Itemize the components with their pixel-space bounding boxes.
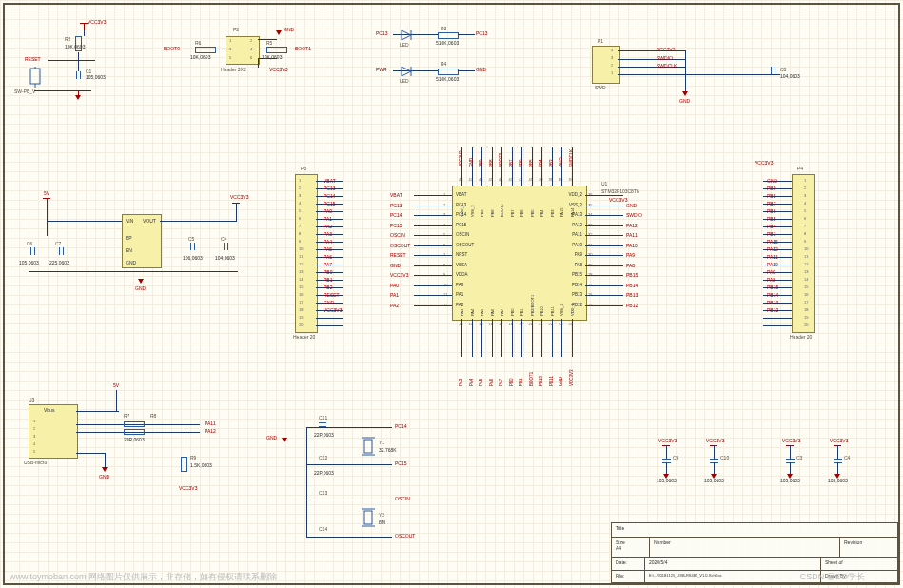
mcu-wire — [414, 225, 452, 226]
mcu-wire — [481, 319, 482, 357]
svg-rect-11 — [364, 511, 372, 524]
mcu-net: PB0 — [509, 360, 514, 386]
w — [306, 464, 392, 465]
mcu-wire — [585, 265, 623, 266]
mcu-wire — [461, 319, 462, 357]
mcu-net: VCC3V3 — [569, 360, 574, 386]
r2-ref: R2 — [65, 36, 70, 42]
mcu-wire — [585, 255, 623, 256]
vbus: Vbus — [44, 407, 54, 413]
w — [160, 221, 236, 222]
pin-no: 9 — [299, 239, 301, 244]
pin-wire — [763, 325, 792, 326]
pin-net: PA2 — [324, 224, 332, 229]
pin-net: PA12 — [767, 246, 778, 252]
p4-body — [792, 174, 815, 333]
pin-no: 3 — [299, 193, 301, 198]
mcu-pinname: PB5 — [530, 188, 535, 217]
sw-label: SW-PB_V — [14, 88, 35, 94]
w — [47, 221, 123, 222]
pin-no: 19 — [299, 315, 303, 320]
mcu-wire — [414, 305, 452, 306]
mcu-wire — [414, 245, 452, 246]
pin-no: 4 — [299, 201, 301, 206]
mcu-pinname: PB6 — [520, 188, 524, 217]
mcu-part: STM32F103C8T6 — [601, 188, 639, 194]
led2-out: GND — [476, 67, 486, 72]
cap-ref: C9 — [673, 455, 678, 461]
mcu-wire — [492, 319, 493, 357]
wire — [666, 445, 667, 459]
5v: 5V — [113, 382, 119, 388]
pin-no: 9 — [804, 239, 806, 244]
mcu-net: VCC3V3 — [390, 272, 408, 278]
mcu-wire — [561, 319, 562, 357]
pn: 3 — [229, 47, 231, 51]
mcu-wire — [585, 215, 623, 216]
cap-ref: C10 — [720, 455, 729, 461]
w — [78, 52, 79, 71]
vin: VIN — [126, 218, 133, 224]
pin-no: 12 — [804, 262, 808, 266]
pin-net: PB12 — [767, 307, 778, 313]
p3-ref: P3 — [301, 166, 306, 171]
vcc-label: VCC3V3 — [706, 438, 724, 443]
wire — [790, 445, 791, 459]
mcu-pinname: NRST — [456, 252, 467, 257]
vout: VOUT — [143, 218, 156, 224]
pn: 1 — [229, 38, 231, 43]
w — [618, 59, 685, 60]
vcc-label: VCC3V3 — [88, 19, 106, 25]
w — [258, 39, 277, 40]
y1v: 32.768K — [379, 447, 397, 453]
c12r: C12 — [319, 455, 327, 461]
pin-wire — [763, 318, 792, 319]
mcu-wire — [414, 195, 452, 196]
mcu-wire — [572, 319, 573, 357]
mcu-pinname: VSS_3 — [470, 188, 475, 217]
gnd — [138, 279, 144, 284]
vcc-label: VCC3V3 — [830, 438, 848, 443]
pin-no: 8 — [804, 231, 806, 236]
en: EN — [126, 247, 132, 253]
wire — [837, 445, 838, 459]
r5 — [266, 47, 287, 53]
svg-rect-0 — [30, 69, 40, 84]
c4a — [224, 243, 225, 250]
cap-plate — [834, 459, 842, 460]
pin-no: 2 — [299, 186, 301, 190]
pin-net: PA4 — [324, 239, 332, 245]
c11r: C11 — [319, 415, 327, 421]
bp: BP — [126, 235, 132, 241]
pin-no: 7 — [804, 224, 806, 228]
mcu-net: GND — [626, 203, 637, 208]
mcu-wire — [414, 295, 452, 296]
mcu-pinname: PA6 — [490, 287, 495, 316]
mcu-pinname: PA14 — [570, 188, 575, 217]
c6a — [30, 247, 31, 255]
r3-ref: R3 — [441, 26, 446, 31]
tb-size-v: A4 — [616, 545, 645, 551]
pin-net: VCC3V3 — [324, 307, 342, 313]
r4-val: 510K,0603 — [436, 76, 459, 82]
mcu-net: PB6 — [519, 141, 523, 167]
p1-ref: P1 — [598, 38, 603, 44]
pn: 3 — [611, 55, 613, 60]
gnd-label: GND — [284, 27, 294, 32]
r3-val: 510K,0603 — [436, 40, 459, 46]
mcu-wire — [414, 285, 452, 286]
pin-net: RESET — [324, 292, 340, 298]
y1: Y1 — [379, 440, 384, 445]
pin-no: 20 — [804, 323, 808, 327]
w — [618, 74, 685, 75]
mcu-net: BOOT0 — [499, 141, 503, 167]
r4 — [438, 69, 459, 75]
c1-val: 105,0603 — [86, 74, 106, 80]
pin-net: PC13 — [324, 186, 336, 191]
vcc3: VCC3V3 — [179, 485, 197, 491]
pin-net: PB9 — [767, 186, 775, 191]
mcu-wire — [521, 319, 522, 357]
pin-no: 2 — [804, 186, 806, 190]
pn: 4 — [611, 48, 613, 52]
c4v: 104,0603 — [215, 255, 235, 261]
